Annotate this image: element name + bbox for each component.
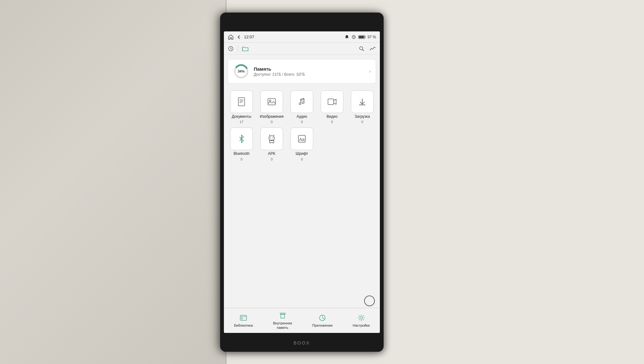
- file-item-video[interactable]: Видео 0: [318, 90, 346, 124]
- search-icon[interactable]: [358, 46, 365, 52]
- file-item-fonts[interactable]: Aa Шрифт 0: [288, 128, 316, 161]
- stats-icon[interactable]: [369, 46, 376, 52]
- file-grid-row1: Документы 17 Изображения 0: [224, 88, 380, 126]
- toolbar: [224, 43, 380, 55]
- clock-time: 12:07: [244, 35, 254, 39]
- documents-icon-box: [230, 90, 253, 113]
- file-item-documents[interactable]: Документы 17: [228, 90, 255, 124]
- home-icon: [228, 34, 234, 40]
- video-icon-box: [321, 90, 343, 113]
- history-icon[interactable]: [228, 46, 234, 52]
- video-label: Видео: [326, 114, 337, 119]
- file-item-audio[interactable]: Аудио 0: [288, 90, 316, 124]
- status-right: 97 %: [344, 35, 376, 40]
- library-nav-label: Библиотека: [234, 323, 253, 328]
- images-icon: [266, 96, 277, 107]
- file-item-apk[interactable]: APK 0: [258, 128, 286, 161]
- svg-text:Aa: Aa: [299, 137, 304, 142]
- svg-rect-34: [241, 318, 243, 319]
- svg-point-17: [302, 102, 304, 104]
- memory-subtitle: Доступно: 21ГБ / Всего: 32ГБ: [254, 72, 365, 77]
- nav-apps[interactable]: Приложения: [308, 311, 336, 330]
- documents-label: Документы: [232, 114, 251, 119]
- svg-line-6: [363, 49, 364, 51]
- audio-label: Аудио: [297, 114, 307, 119]
- svg-rect-2: [359, 36, 364, 38]
- svg-line-25: [269, 135, 270, 136]
- svg-point-16: [299, 103, 301, 105]
- settings-nav-icon: [357, 313, 366, 322]
- apk-icon: [266, 133, 277, 144]
- audio-count: 0: [301, 120, 303, 124]
- memory-info: Память Доступно: 21ГБ / Всего: 32ГБ: [254, 66, 365, 77]
- svg-rect-14: [268, 99, 275, 105]
- settings-nav-label: Настройки: [353, 323, 370, 328]
- toolbar-divider: [238, 46, 238, 52]
- memory-donut: 34%: [233, 63, 249, 79]
- images-count: 0: [271, 120, 273, 124]
- screen: 12:07: [224, 31, 380, 333]
- bluetooth-icon: [236, 133, 247, 144]
- scene: 12:07: [0, 0, 644, 364]
- back-icon: [236, 35, 242, 40]
- svg-point-23: [270, 138, 271, 138]
- storage-nav-label: Внутренняяпамять: [273, 321, 292, 329]
- book-cover: [0, 0, 226, 364]
- status-left: 12:07: [228, 34, 254, 40]
- nav-settings[interactable]: Настройки: [349, 311, 374, 330]
- bluetooth-label: Bluetooth: [234, 151, 250, 156]
- svg-rect-3: [365, 36, 365, 38]
- status-bar: 12:07: [224, 31, 380, 43]
- downloads-count: 0: [361, 120, 363, 124]
- apk-label: APK: [268, 151, 275, 156]
- downloads-icon: [357, 96, 368, 107]
- chevron-right-icon: ›: [369, 68, 371, 74]
- images-label: Изображения: [260, 114, 283, 119]
- memory-title: Память: [254, 66, 365, 72]
- fonts-label: Шрифт: [296, 151, 308, 156]
- svg-text:34%: 34%: [238, 69, 245, 73]
- nav-circle-button[interactable]: [364, 296, 375, 306]
- svg-rect-10: [238, 98, 245, 106]
- fonts-icon: Aa: [296, 133, 308, 144]
- back-button[interactable]: [236, 35, 242, 40]
- file-item-images[interactable]: Изображения 0: [258, 90, 286, 124]
- fonts-count: 0: [301, 157, 303, 161]
- video-icon: [326, 96, 338, 107]
- downloads-label: Загрузка: [355, 114, 370, 119]
- alarm-icon: [351, 35, 356, 40]
- notification-icon: [344, 35, 349, 40]
- nav-storage[interactable]: Внутренняяпамять: [269, 309, 296, 332]
- memory-card[interactable]: 34% Память Доступно: 21ГБ / Всего: 32ГБ …: [228, 59, 376, 84]
- library-nav-icon: [239, 313, 248, 322]
- folder-icon[interactable]: [242, 46, 249, 52]
- file-item-downloads[interactable]: Загрузка 0: [348, 90, 376, 124]
- fonts-icon-box: Aa: [291, 128, 313, 150]
- storage-nav-icon: [278, 311, 287, 320]
- cover-texture: [0, 0, 226, 364]
- video-count: 0: [331, 120, 333, 124]
- nav-library[interactable]: Библиотека: [230, 311, 257, 330]
- bottom-nav: Библиотека Внутренняяпамять: [224, 308, 380, 333]
- home-button[interactable]: [228, 34, 234, 40]
- apk-icon-box: [260, 128, 283, 150]
- svg-point-15: [269, 100, 271, 102]
- bluetooth-icon-box: [230, 128, 253, 150]
- battery-percent: 97 %: [368, 35, 376, 39]
- svg-rect-20: [328, 99, 334, 105]
- svg-point-5: [360, 46, 363, 50]
- file-item-bluetooth[interactable]: Bluetooth 0: [228, 128, 255, 161]
- audio-icon: [296, 96, 308, 107]
- apk-count: 0: [271, 157, 273, 161]
- audio-icon-box: [291, 90, 313, 113]
- apps-nav-icon: [318, 313, 327, 322]
- documents-count: 17: [240, 120, 243, 124]
- svg-point-37: [360, 317, 363, 319]
- documents-icon: [236, 96, 247, 107]
- downloads-icon-box: [351, 90, 374, 113]
- battery-icon: [358, 35, 366, 39]
- svg-point-24: [272, 138, 273, 138]
- file-grid-row2: Bluetooth 0: [224, 126, 380, 163]
- device: 12:07: [220, 13, 384, 352]
- bluetooth-count: 0: [241, 157, 242, 161]
